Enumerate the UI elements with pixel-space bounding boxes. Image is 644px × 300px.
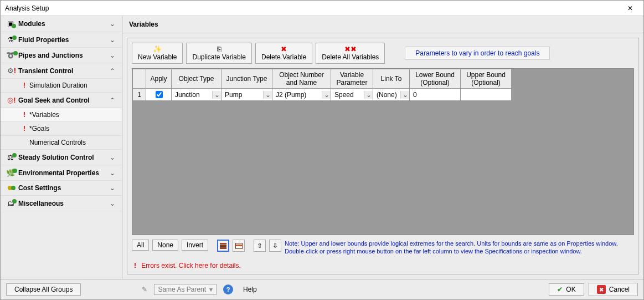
cell-value: Pump [221, 91, 263, 99]
dropdown-icon[interactable]: ⌄ [400, 91, 409, 99]
sidebar: ▣ Modules ⌄ ⚗ Fluid Properties ⌄ ➰ Pipes… [1, 16, 122, 279]
button-label: New Variable [138, 53, 177, 61]
close-icon[interactable]: ✕ [621, 4, 639, 12]
arrow-down-icon: ⇩ [272, 242, 278, 250]
chevron-up-icon: ⌃ [107, 67, 117, 75]
dropdown-icon[interactable]: ⌄ [364, 91, 373, 99]
error-icon: ! [20, 82, 28, 89]
col-junction-type[interactable]: Junction Type [221, 69, 272, 89]
col-object-number[interactable]: Object Number and Name [272, 69, 331, 89]
sidebar-group-misc[interactable]: 🗂 Miscellaneous ⌄ [1, 196, 122, 211]
object-number-cell[interactable]: J2 (Pump)⌄ [272, 89, 331, 101]
view-rows-button[interactable] [217, 240, 229, 252]
cell-value: (None) [373, 91, 400, 99]
help-button[interactable]: Help [240, 284, 260, 295]
link-to-cell[interactable]: (None)⌄ [373, 89, 410, 101]
col-lower-bound[interactable]: Lower Bound (Optional) [410, 69, 461, 89]
variable-parameter-cell[interactable]: Speed⌄ [331, 89, 373, 101]
panel-inner: ✨ New Variable ⎘ Duplicate Variable ✖ De… [127, 38, 639, 274]
cancel-icon: ✖ [597, 285, 606, 294]
button-label: Cancel [609, 286, 630, 293]
select-all-button[interactable]: All [132, 240, 149, 251]
delete-variable-button[interactable]: ✖ Delete Variable [255, 43, 312, 64]
steady-icon: ⚖ [5, 153, 18, 161]
move-down-button[interactable]: ⇩ [269, 240, 281, 252]
dropdown-icon[interactable]: ⌄ [263, 91, 272, 99]
upper-bound-cell[interactable] [461, 89, 512, 101]
dropdown-icon[interactable]: ⌄ [322, 91, 331, 99]
apply-cell[interactable] [146, 89, 172, 101]
sidebar-item-label: Numerical Controls [29, 139, 117, 146]
col-variable-parameter[interactable]: Variable Parameter [331, 69, 373, 89]
variables-grid[interactable]: Apply Object Type Junction Type Object N… [132, 68, 634, 235]
misc-icon: 🗂 [5, 199, 18, 207]
object-type-cell[interactable]: Junction⌄ [172, 89, 221, 101]
below-grid-bar: All None Invert ⇧ ⇩ Note: Upper and lowe… [127, 235, 638, 260]
row-number[interactable]: 1 [133, 89, 146, 101]
sidebar-label: Environmental Properties [18, 169, 107, 177]
view-card-button[interactable] [233, 240, 245, 252]
chevron-down-icon: ⌄ [107, 20, 117, 28]
chevron-down-icon: ⌄ [107, 52, 117, 59]
help-icon[interactable]: ? [223, 284, 233, 294]
sidebar-group-fluid-properties[interactable]: ⚗ Fluid Properties ⌄ [1, 32, 122, 48]
delete-icon: ✖ [261, 45, 306, 53]
invert-selection-button[interactable]: Invert [182, 240, 208, 251]
new-variable-button[interactable]: ✨ New Variable [132, 43, 183, 64]
error-icon: ! [134, 262, 136, 270]
button-label: Duplicate Variable [192, 53, 246, 61]
col-upper-bound[interactable]: Upper Bound (Optional) [461, 69, 512, 89]
duplicate-variable-button[interactable]: ⎘ Duplicate Variable [186, 43, 252, 64]
toolbar: ✨ New Variable ⎘ Duplicate Variable ✖ De… [127, 38, 638, 68]
sidebar-group-transient-control[interactable]: ⚙! Transient Control ⌃ [1, 63, 122, 79]
col-apply[interactable]: Apply [146, 69, 172, 89]
collapse-all-groups-button[interactable]: Collapse All Groups [6, 283, 81, 296]
apply-checkbox[interactable] [156, 91, 163, 98]
check-icon: ✔ [557, 286, 563, 293]
sidebar-label: Transient Control [18, 67, 107, 75]
sidebar-group-steady-solution[interactable]: ⚖ Steady Solution Control ⌄ [1, 150, 122, 165]
sidebar-group-cost[interactable]: Cost Settings ⌄ [1, 181, 122, 196]
window-title: Analysis Setup [5, 4, 621, 12]
sidebar-group-pipes-junctions[interactable]: ➰ Pipes and Junctions ⌄ [1, 48, 122, 63]
sidebar-label: Fluid Properties [18, 36, 107, 44]
duplicate-icon: ⎘ [192, 45, 246, 53]
content-panel: Variables ✨ New Variable ⎘ Duplicate Var… [122, 16, 643, 279]
sidebar-label: Pipes and Junctions [18, 52, 107, 59]
rows-icon [220, 243, 226, 249]
sidebar-group-modules[interactable]: ▣ Modules ⌄ [1, 16, 122, 32]
sidebar-group-goal-seek[interactable]: ◎! Goal Seek and Control ⌃ [1, 93, 122, 108]
button-label: Delete All Variables [322, 53, 379, 61]
ok-button[interactable]: ✔ OK [549, 283, 584, 296]
dropdown-icon[interactable]: ⌄ [212, 91, 221, 99]
arrow-up-icon: ⇧ [257, 242, 262, 250]
same-as-parent-select[interactable]: Same As Parent ▾ [154, 284, 217, 295]
select-value: Same As Parent [158, 286, 206, 293]
cancel-button[interactable]: ✖ Cancel [589, 283, 638, 296]
col-object-type[interactable]: Object Type [172, 69, 221, 89]
table-row[interactable]: 1 Junction⌄ Pump⌄ [133, 89, 512, 101]
sidebar-item-numerical-controls[interactable]: Numerical Controls [1, 136, 122, 150]
footer-mid: ✎ Same As Parent ▾ ? Help [142, 284, 260, 295]
chevron-up-icon: ⌃ [107, 96, 117, 104]
titlebar: Analysis Setup ✕ [1, 1, 643, 16]
sidebar-item-variables[interactable]: ! *Variables [1, 108, 122, 122]
sidebar-item-simulation-duration[interactable]: ! Simulation Duration [1, 79, 122, 93]
cell-value: Speed [331, 91, 364, 99]
sidebar-label: Miscellaneous [18, 200, 107, 207]
delete-all-variables-button[interactable]: ✖✖ Delete All Variables [316, 43, 385, 64]
grid-header-row: Apply Object Type Junction Type Object N… [133, 69, 512, 89]
lower-bound-cell[interactable]: 0 [410, 89, 461, 101]
col-link-to[interactable]: Link To [373, 69, 410, 89]
junction-type-cell[interactable]: Pump⌄ [221, 89, 272, 101]
errors-link[interactable]: ! Errors exist. Click here for details. [127, 260, 638, 274]
sidebar-group-environmental[interactable]: 🌿 Environmental Properties ⌄ [1, 165, 122, 181]
move-up-button[interactable]: ⇧ [254, 240, 266, 252]
sidebar-label: Cost Settings [18, 184, 107, 192]
chevron-down-icon: ⌄ [107, 169, 117, 177]
sidebar-label: Modules [18, 20, 107, 28]
sidebar-item-goals[interactable]: ! *Goals [1, 122, 122, 136]
environment-icon: 🌿 [5, 169, 18, 177]
select-none-button[interactable]: None [152, 240, 178, 251]
body: ▣ Modules ⌄ ⚗ Fluid Properties ⌄ ➰ Pipes… [1, 16, 643, 279]
